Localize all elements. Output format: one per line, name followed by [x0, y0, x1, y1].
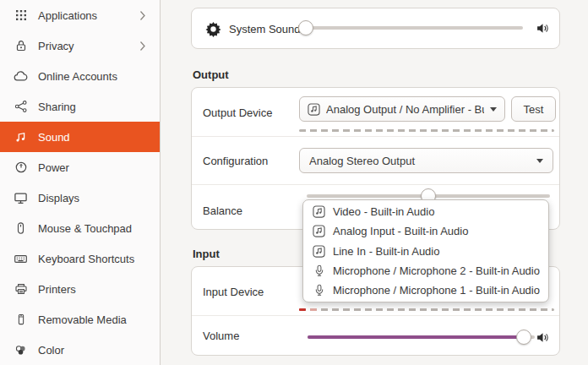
audio-card-icon — [313, 245, 325, 258]
sidebar-item-label: Privacy — [38, 40, 74, 52]
input-device-label: Input Device — [203, 285, 264, 297]
sidebar-item-label: Online Accounts — [38, 70, 117, 83]
sidebar-item-sound[interactable]: Sound — [0, 122, 160, 152]
dropdown-item-video[interactable]: Video - Built-in Audio — [303, 202, 548, 221]
test-button[interactable]: Test — [511, 96, 556, 122]
output-level-meter — [299, 129, 554, 132]
printer-icon — [14, 282, 28, 297]
output-device-dropdown[interactable]: Analog Output / No Amplifier - Bui… — [299, 96, 505, 122]
sidebar-item-label: Keyboard Shortcuts — [38, 253, 134, 265]
mouse-icon — [14, 221, 28, 236]
output-device-value: Analog Output / No Amplifier - Bui… — [326, 103, 484, 116]
sidebar-item-privacy[interactable]: Privacy — [0, 30, 160, 61]
sidebar-item-label: Color — [38, 344, 64, 357]
keyboard-icon — [14, 252, 28, 266]
system-sounds-label: System Sounds — [229, 22, 306, 35]
chevron-right-icon — [139, 41, 146, 52]
dropdown-item-label: Microphone / Microphone 2 - Built-in Aud… — [333, 264, 540, 277]
dropdown-item-line-in[interactable]: Line In - Built-in Audio — [303, 241, 548, 260]
sidebar-item-label: Displays — [38, 192, 79, 204]
dropdown-item-label: Line In - Built-in Audio — [333, 245, 439, 258]
sidebar-item-label: Power — [38, 161, 69, 174]
meter-peak-fade-segment — [310, 308, 317, 311]
power-icon — [14, 161, 28, 175]
dropdown-item-microphone-1[interactable]: Microphone / Microphone 1 - Built-in Aud… — [303, 281, 548, 300]
sidebar-item-label: Sharing — [38, 101, 76, 113]
input-section-header: Input — [193, 248, 220, 260]
speaker-icon — [536, 332, 549, 343]
input-level-meter — [299, 308, 554, 311]
gear-icon — [205, 21, 221, 37]
music-note-icon — [14, 130, 28, 144]
dropdown-item-label: Video - Built-in Audio — [333, 205, 434, 218]
configuration-row: Configuration Analog Stereo Output — [192, 136, 559, 184]
chevron-down-icon — [536, 159, 543, 163]
chevron-down-icon — [490, 107, 497, 112]
chevron-right-icon — [139, 10, 146, 21]
configuration-dropdown[interactable]: Analog Stereo Output — [299, 148, 553, 173]
configuration-value: Analog Stereo Output — [309, 155, 531, 167]
sidebar-item-removable-media[interactable]: Removable Media — [0, 304, 160, 335]
configuration-label: Configuration — [203, 155, 268, 167]
sidebar-item-label: Mouse & Touchpad — [38, 222, 132, 235]
input-volume-slider-handle[interactable] — [516, 330, 531, 345]
sidebar-item-displays[interactable]: Displays — [0, 182, 160, 213]
display-icon — [14, 191, 28, 205]
color-icon — [14, 343, 28, 357]
input-device-dropdown-popup: Video - Built-in Audio Analog Input - Bu… — [302, 199, 549, 302]
removable-media-icon — [14, 313, 28, 327]
sidebar-item-mouse-touchpad[interactable]: Mouse & Touchpad — [0, 213, 160, 243]
sidebar-item-sharing[interactable]: Sharing — [0, 91, 160, 122]
system-sounds-slider-handle[interactable] — [298, 20, 313, 35]
sidebar-item-color[interactable]: Color — [0, 335, 160, 365]
sidebar-item-label: Sound — [38, 131, 70, 144]
audio-card-icon — [308, 103, 320, 116]
sidebar-item-printers[interactable]: Printers — [0, 274, 160, 304]
dropdown-item-analog-input[interactable]: Analog Input - Built-in Audio — [303, 221, 548, 241]
app-grid-icon — [14, 8, 28, 23]
meter-peak-segment — [299, 308, 306, 311]
audio-card-icon — [313, 205, 325, 218]
output-device-label: Output Device — [203, 106, 272, 118]
microphone-icon — [313, 264, 325, 277]
volume-label: Volume — [203, 330, 239, 342]
output-device-row: Output Device Analog Output / No Amplifi… — [192, 88, 559, 136]
sidebar-item-applications[interactable]: Applications — [0, 0, 160, 30]
audio-card-icon — [313, 225, 325, 237]
sidebar-item-online-accounts[interactable]: Online Accounts — [0, 61, 160, 91]
sidebar-item-power[interactable]: Power — [0, 152, 160, 182]
output-section-header: Output — [193, 68, 229, 81]
sidebar-item-label: Removable Media — [38, 313, 127, 326]
cloud-icon — [14, 69, 28, 84]
dropdown-item-label: Analog Input - Built-in Audio — [333, 225, 468, 237]
speaker-icon — [536, 23, 549, 34]
system-sounds-slider[interactable] — [302, 20, 523, 35]
sidebar-item-label: Applications — [38, 9, 97, 22]
sidebar-item-keyboard-shortcuts[interactable]: Keyboard Shortcuts — [0, 243, 160, 274]
input-volume-row: Volume — [192, 315, 559, 355]
share-icon — [14, 100, 28, 114]
dropdown-item-microphone-2[interactable]: Microphone / Microphone 2 - Built-in Aud… — [303, 261, 548, 281]
sidebar-item-label: Printers — [38, 283, 76, 296]
lock-icon — [14, 39, 28, 53]
input-volume-slider[interactable] — [308, 330, 535, 345]
system-sounds-card: System Sounds — [191, 8, 560, 49]
dropdown-item-label: Microphone / Microphone 1 - Built-in Aud… — [333, 284, 540, 297]
settings-sidebar: Applications Privacy Online Accounts Sha… — [0, 0, 161, 365]
microphone-icon — [313, 284, 325, 297]
balance-label: Balance — [203, 204, 242, 217]
